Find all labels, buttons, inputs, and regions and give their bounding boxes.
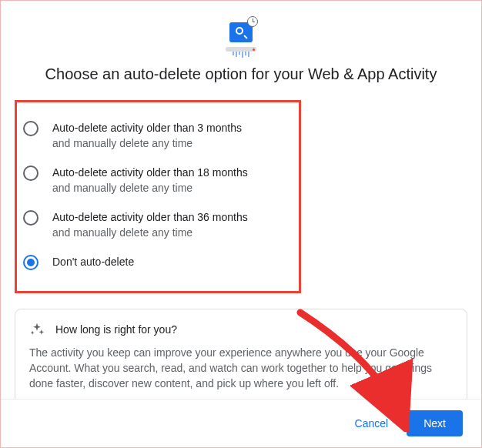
- option-36-months[interactable]: Auto-delete activity older than 36 month…: [20, 202, 293, 247]
- cancel-button[interactable]: Cancel: [346, 410, 398, 436]
- info-title: How long is right for you?: [55, 323, 177, 336]
- next-button[interactable]: Next: [407, 410, 463, 436]
- header-illustration: [15, 8, 467, 65]
- dialog-footer: Cancel Next: [1, 399, 481, 447]
- option-label: Auto-delete activity older than 3 months: [52, 120, 293, 135]
- option-label: Auto-delete activity older than 18 month…: [52, 165, 293, 180]
- info-body: The activity you keep can improve your e…: [29, 345, 453, 391]
- radio-icon: [23, 165, 38, 181]
- option-sublabel: and manually delete any time: [52, 225, 293, 240]
- option-label: Auto-delete activity older than 36 month…: [52, 209, 293, 225]
- radio-icon: [23, 210, 38, 226]
- option-3-months[interactable]: Auto-delete activity older than 3 months…: [20, 113, 293, 158]
- options-highlight-box: Auto-delete activity older than 3 months…: [15, 100, 301, 293]
- option-sublabel: and manually delete any time: [52, 135, 293, 151]
- radio-icon: [23, 121, 38, 136]
- sparkle-icon: [29, 322, 45, 337]
- radio-icon-selected: [23, 255, 38, 270]
- option-18-months[interactable]: Auto-delete activity older than 18 month…: [20, 158, 293, 202]
- option-sublabel: and manually delete any time: [52, 180, 293, 196]
- info-card: How long is right for you? The activity …: [15, 309, 467, 404]
- option-label: Don't auto-delete: [52, 254, 293, 269]
- page-title: Choose an auto-delete option for your We…: [15, 65, 467, 100]
- option-dont-auto-delete[interactable]: Don't auto-delete: [20, 247, 293, 277]
- clock-icon: [247, 16, 258, 27]
